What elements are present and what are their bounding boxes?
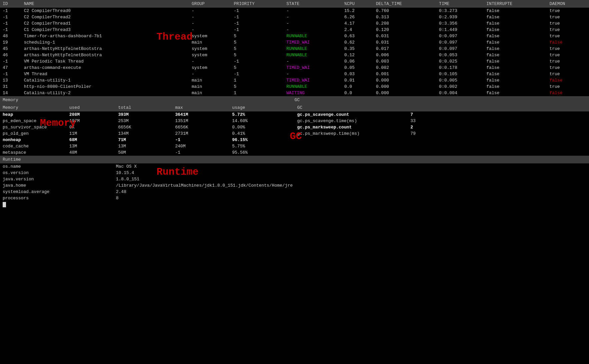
mem-col-max: max: [173, 104, 230, 111]
cell-delta: 0.002: [373, 65, 436, 71]
col-interrupted: INTERRUPTE: [484, 0, 547, 8]
table-row: -1 VM Thread - -1 - 0.03 0.001 0:0.105 f…: [0, 71, 589, 77]
cell-delta: 0.000: [373, 90, 436, 96]
runtime-overlay-label: Runtime: [157, 166, 199, 178]
cell-id: -1: [0, 27, 21, 33]
cell-delta: 0.006: [373, 52, 436, 58]
cell-id: -1: [0, 14, 21, 20]
runtime-key: os.name: [0, 163, 113, 170]
table-row: 47 arthas-command-execute system 5 TIMED…: [0, 65, 589, 71]
cell-name: Catalina-utility-1: [21, 77, 189, 84]
cell-cpu: 0.01: [341, 77, 373, 84]
cell-state: -: [284, 71, 342, 77]
gc-name: gc.ps_scavenge.count: [294, 111, 408, 118]
runtime-key: os.version: [0, 170, 113, 176]
cell-delta: 0.017: [373, 46, 436, 52]
cell-state: -: [284, 58, 342, 65]
cell-time: 0:0.004: [436, 90, 484, 96]
cell-interrupted: false: [484, 90, 547, 96]
cell-daemon: true: [547, 33, 589, 39]
cell-state: RUNNABLE: [284, 33, 342, 39]
memory-row: metaspace 48M 50M -1 95.56%: [0, 149, 294, 156]
cell-name: arthas-command-execute: [21, 65, 189, 71]
runtime-row: systemload.average 2.48: [0, 189, 589, 195]
runtime-value: 8: [113, 195, 589, 201]
cell-delta: 0.003: [373, 58, 436, 65]
memory-table: Memory used total max usage heap 208M 39…: [0, 104, 294, 156]
cell-group: -: [189, 71, 231, 77]
gc-row: gc.ps_marksweep.time(ms) 79: [294, 130, 589, 137]
cell-state: -: [284, 14, 342, 20]
table-row: 31 http-nio-8080-ClientPoller main 5 RUN…: [0, 84, 589, 90]
cell-priority: 5: [231, 39, 284, 46]
memory-gc-header: Memory GC: [0, 96, 589, 104]
mem-usage: 5.72%: [230, 111, 294, 118]
mem-used: 13M: [67, 143, 116, 149]
cell-interrupted: false: [484, 65, 547, 71]
gc-overlay-label: GC: [290, 131, 302, 142]
cell-group: -: [189, 20, 231, 27]
mem-col-used: used: [67, 104, 116, 111]
cell-daemon: false: [547, 77, 589, 84]
mem-max: 2731M: [173, 130, 230, 137]
mem-max: 240M: [173, 143, 230, 149]
cell-state: RUNNABLE: [284, 52, 342, 58]
runtime-value: 2.48: [113, 189, 589, 195]
cell-group: system: [189, 65, 231, 71]
cell-state: TIMED_WAI: [284, 39, 342, 46]
cell-delta: 0.313: [373, 14, 436, 20]
memory-section: Memory used total max usage heap 208M 39…: [0, 104, 294, 156]
cell-priority: -1: [231, 14, 284, 20]
memory-row: code_cache 13M 13M 240M 5.75%: [0, 143, 294, 149]
mem-used: 208M: [67, 111, 116, 118]
runtime-row: java.version 1.8.0_151: [0, 176, 589, 182]
cell-id: -1: [0, 58, 21, 65]
cell-interrupted: false: [484, 58, 547, 65]
cell-priority: -1: [231, 8, 284, 14]
thread-overlay-label: Thread: [157, 31, 193, 43]
cell-interrupted: false: [484, 33, 547, 39]
col-delta: DELTA_TIME: [373, 0, 436, 8]
gc-name: gc.ps_marksweep.time(ms): [294, 130, 408, 137]
cell-daemon: true: [547, 58, 589, 65]
cell-interrupted: false: [484, 71, 547, 77]
cell-delta: 0.031: [373, 39, 436, 46]
mem-total: 50M: [116, 149, 173, 156]
cell-delta: 0.001: [373, 71, 436, 77]
cell-group: -: [189, 27, 231, 33]
col-state: STATE: [284, 0, 342, 8]
cell-id: 48: [0, 33, 21, 39]
mem-total: 253M: [116, 118, 173, 124]
cell-priority: 1: [231, 90, 284, 96]
runtime-key: java.version: [0, 176, 113, 182]
cell-time: 0:0.025: [436, 58, 484, 65]
mem-used: 48M: [67, 149, 116, 156]
cell-group: -: [189, 14, 231, 20]
mem-max: -1: [173, 149, 230, 156]
cell-priority: -1: [231, 71, 284, 77]
gc-name: gc.ps_scavenge.time(ms): [294, 118, 408, 124]
cell-cpu: 0.06: [341, 58, 373, 65]
gc-value: 33: [408, 118, 589, 124]
cell-time: 0:3.356: [436, 20, 484, 27]
memory-row: nonheap 68M 71M -1 96.15%: [0, 137, 294, 143]
cell-id: 14: [0, 90, 21, 96]
mem-usage: 95.56%: [230, 149, 294, 156]
mem-usage: 96.15%: [230, 137, 294, 143]
gc-header-label: GC: [294, 97, 586, 102]
col-priority: PRIORITY: [231, 0, 284, 8]
cell-delta: 0.120: [373, 27, 436, 33]
cell-group: system: [189, 52, 231, 58]
mem-total: 13M: [116, 143, 173, 149]
mem-max: -1: [173, 137, 230, 143]
cell-cpu: 0.05: [341, 65, 373, 71]
runtime-row: os.name Mac OS X: [0, 163, 589, 170]
cell-delta: 0.000: [373, 84, 436, 90]
cell-interrupted: false: [484, 20, 547, 27]
cell-group: -: [189, 8, 231, 14]
cell-delta: 0.000: [373, 77, 436, 84]
mem-used: 68M: [67, 137, 116, 143]
cell-cpu: 2.4: [341, 27, 373, 33]
cell-interrupted: false: [484, 39, 547, 46]
gc-table: GC gc.ps_scavenge.count 7 gc.ps_scavenge…: [294, 104, 589, 137]
